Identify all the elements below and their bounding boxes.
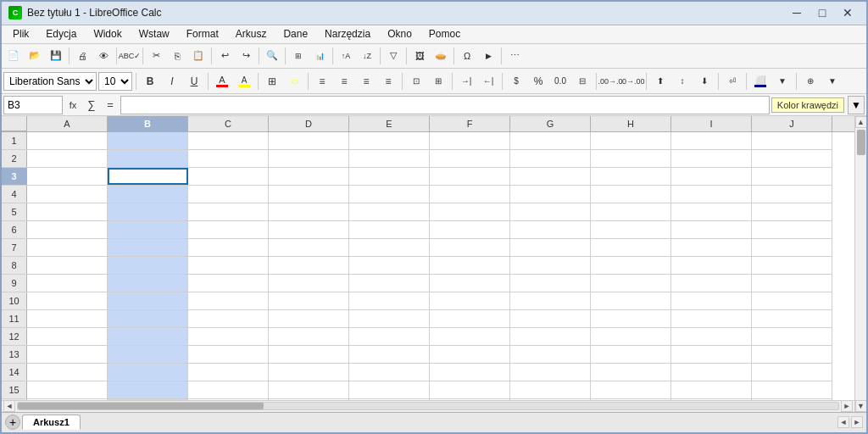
cell-J8[interactable] [752,257,832,274]
cell-D14[interactable] [269,364,349,381]
cell-I13[interactable] [671,346,752,363]
percent-button[interactable]: % [528,71,548,92]
cell-F11[interactable] [430,310,510,327]
copy-button[interactable]: ⎘ [167,46,187,66]
cell-I12[interactable] [671,328,752,345]
cell-B6[interactable] [108,221,188,238]
cell-B7[interactable] [108,239,188,256]
row-num-13[interactable]: 13 [2,346,27,363]
cell-A11[interactable] [27,310,108,327]
sort-desc-button[interactable]: ↓Z [357,46,377,66]
increase-indent-button[interactable]: →| [456,71,476,92]
cell-B3[interactable] [108,168,188,185]
cell-E4[interactable] [349,186,430,203]
cell-H13[interactable] [591,346,671,363]
macros-button[interactable]: ▶ [478,46,498,66]
cell-A13[interactable] [27,346,108,363]
col-header-b[interactable]: B [108,116,188,131]
cell-F7[interactable] [430,239,510,256]
cell-D2[interactable] [269,150,349,167]
cell-E6[interactable] [349,221,430,238]
cell-G8[interactable] [510,257,591,274]
close-button[interactable]: ✕ [836,3,860,22]
cell-C5[interactable] [188,203,269,220]
menu-plik[interactable]: Plik [5,25,36,42]
cell-C11[interactable] [188,310,269,327]
cell-J10[interactable] [752,292,832,309]
spellcheck-button[interactable]: ABC✓ [120,46,140,66]
row-num-9[interactable]: 9 [2,275,27,292]
menu-format[interactable]: Format [179,25,226,42]
cell-A1[interactable] [27,132,108,149]
cell-F13[interactable] [430,346,510,363]
cell-A16[interactable] [27,399,108,400]
font-color-button[interactable]: A [212,71,232,92]
sheet-tab-arkusz1[interactable]: Arkusz1 [22,415,81,430]
cell-C12[interactable] [188,328,269,345]
paste-button[interactable]: 📋 [188,46,209,66]
cell-E9[interactable] [349,275,430,292]
redo-button[interactable]: ↪ [236,46,256,66]
cell-G14[interactable] [510,364,591,381]
cell-A15[interactable] [27,381,108,398]
row-num-6[interactable]: 6 [2,221,27,238]
row-num-15[interactable]: 15 [2,381,27,398]
cell-D11[interactable] [269,310,349,327]
cell-A8[interactable] [27,257,108,274]
cell-B11[interactable] [108,310,188,327]
cell-D3[interactable] [269,168,349,185]
cell-G7[interactable] [510,239,591,256]
cell-C9[interactable] [188,275,269,292]
row-num-4[interactable]: 4 [2,186,27,203]
row-num-1[interactable]: 1 [2,132,27,149]
italic-button[interactable]: I [162,71,182,92]
cell-A12[interactable] [27,328,108,345]
cell-I2[interactable] [671,150,752,167]
cell-E13[interactable] [349,346,430,363]
cell-C2[interactable] [188,150,269,167]
cell-J4[interactable] [752,186,832,203]
save-button[interactable]: 💾 [46,46,66,66]
cell-H16[interactable] [591,399,671,400]
cell-I4[interactable] [671,186,752,203]
cell-D5[interactable] [269,203,349,220]
cell-I5[interactable] [671,203,752,220]
cell-E12[interactable] [349,328,430,345]
cell-H5[interactable] [591,203,671,220]
font-select[interactable]: Liberation Sans [3,72,97,91]
add-sheet-button[interactable]: + [5,415,20,430]
cell-E7[interactable] [349,239,430,256]
currency-button[interactable]: $ [506,71,526,92]
cell-D4[interactable] [269,186,349,203]
cell-H15[interactable] [591,381,671,398]
cell-A5[interactable] [27,203,108,220]
cell-J11[interactable] [752,310,832,327]
row-num-5[interactable]: 5 [2,203,27,220]
special-chars-button[interactable]: Ω [457,46,477,66]
align-justify-button[interactable]: ≡ [378,71,398,92]
cell-C7[interactable] [188,239,269,256]
col-header-d[interactable]: D [269,116,349,131]
cell-H8[interactable] [591,257,671,274]
align-bottom-button[interactable]: ⬇ [694,71,715,92]
align-top-button[interactable]: ⬆ [650,71,670,92]
donut-chart-button[interactable]: 🥧 [431,46,451,66]
menu-pomoc[interactable]: Pomoc [421,25,468,42]
menu-narzędzia[interactable]: Narzędzia [317,25,378,42]
cut-button[interactable]: ✂ [146,46,166,66]
sum-button[interactable]: ∑ [83,95,100,115]
insert-table-button[interactable]: ⊞ [288,46,309,66]
cell-D10[interactable] [269,292,349,309]
menu-dane[interactable]: Dane [275,25,315,42]
dec-decimal-button[interactable]: .00→.0 [600,71,620,92]
align-right-button[interactable]: ≡ [356,71,376,92]
row-num-10[interactable]: 10 [2,292,27,309]
cell-D6[interactable] [269,221,349,238]
cell-J9[interactable] [752,275,832,292]
col-header-f[interactable]: F [430,116,510,131]
cell-H1[interactable] [591,132,671,149]
cell-B5[interactable] [108,203,188,220]
col-header-h[interactable]: H [591,116,671,131]
cell-J2[interactable] [752,150,832,167]
cell-J13[interactable] [752,346,832,363]
